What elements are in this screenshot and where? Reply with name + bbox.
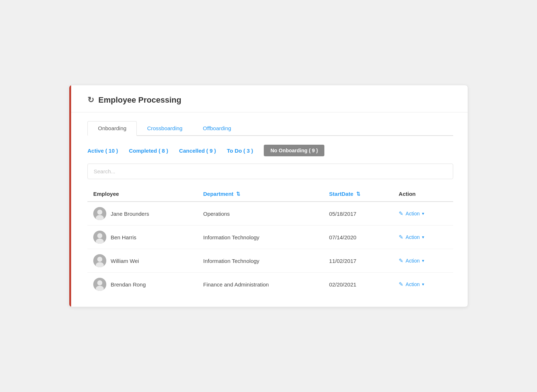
filter-cancelled[interactable]: Cancelled ( 9 ) [179, 146, 216, 155]
page-title: Employee Processing [98, 95, 181, 105]
action-button-3[interactable]: ✎ Action ▾ [399, 257, 424, 264]
action-cell-4: ✎ Action ▾ [393, 273, 453, 296]
table-header-row: Employee Department ⇅ StartDate ⇅ [87, 186, 453, 202]
card-header: ↻ Employee Processing [69, 85, 468, 112]
edit-icon-1: ✎ [399, 210, 403, 217]
startdate-cell-3: 11/02/2017 [323, 249, 393, 273]
avatar-1 [93, 207, 106, 220]
tab-offboarding[interactable]: Offboarding [193, 121, 241, 136]
edit-icon-3: ✎ [399, 257, 403, 264]
employee-table: Employee Department ⇅ StartDate ⇅ [87, 186, 453, 296]
edit-icon-2: ✎ [399, 234, 403, 240]
svg-point-4 [97, 233, 102, 238]
action-button-2[interactable]: ✎ Action ▾ [399, 234, 424, 240]
refresh-icon: ↻ [87, 95, 94, 105]
table-row: Ben Harris Information Technology 07/14/… [87, 226, 453, 249]
svg-point-10 [97, 280, 102, 285]
employee-cell-3: William Wei [87, 249, 197, 273]
col-employee: Employee [87, 186, 197, 202]
avatar-3 [93, 254, 106, 267]
startdate-cell-4: 02/20/2021 [323, 273, 393, 296]
action-cell-2: ✎ Action ▾ [393, 226, 453, 249]
caret-icon-3: ▾ [422, 258, 424, 263]
caret-icon-4: ▾ [422, 282, 424, 287]
search-input[interactable] [87, 164, 453, 179]
tab-crossboarding[interactable]: Crossboarding [137, 121, 193, 136]
table-row: Jane Brounders Operations 05/18/2017 ✎ A… [87, 202, 453, 226]
employee-cell-1: Jane Brounders [87, 202, 197, 226]
department-cell-2: Information Technology [197, 226, 323, 249]
department-sort-icon: ⇅ [236, 191, 240, 197]
edit-icon-4: ✎ [399, 281, 403, 288]
col-action: Action [393, 186, 453, 202]
col-department[interactable]: Department ⇅ [197, 186, 323, 202]
department-cell-1: Operations [197, 202, 323, 226]
startdate-cell-1: 05/18/2017 [323, 202, 393, 226]
svg-point-1 [97, 210, 102, 215]
avatar-2 [93, 231, 106, 244]
department-cell-3: Information Technology [197, 249, 323, 273]
tabs-container: Onboarding Crossboarding Offboarding [87, 121, 453, 136]
filter-completed[interactable]: Completed ( 8 ) [129, 146, 168, 155]
filter-no-onboarding[interactable]: No Onboarding ( 9 ) [264, 145, 324, 156]
table-row: William Wei Information Technology 11/02… [87, 249, 453, 273]
main-card: ↻ Employee Processing Onboarding Crossbo… [69, 85, 468, 307]
table-row: Brendan Rong Finance and Administration … [87, 273, 453, 296]
filter-active[interactable]: Active ( 10 ) [87, 146, 118, 155]
action-button-1[interactable]: ✎ Action ▾ [399, 210, 424, 217]
avatar-4 [93, 278, 106, 291]
status-filters: Active ( 10 ) Completed ( 8 ) Cancelled … [87, 145, 453, 156]
action-button-4[interactable]: ✎ Action ▾ [399, 281, 424, 288]
col-startdate[interactable]: StartDate ⇅ [323, 186, 393, 202]
action-cell-1: ✎ Action ▾ [393, 202, 453, 226]
action-cell-3: ✎ Action ▾ [393, 249, 453, 273]
startdate-sort-icon: ⇅ [356, 191, 360, 197]
caret-icon-1: ▾ [422, 211, 424, 216]
employee-cell-2: Ben Harris [87, 226, 197, 249]
svg-point-7 [97, 257, 102, 262]
caret-icon-2: ▾ [422, 235, 424, 240]
startdate-cell-2: 07/14/2020 [323, 226, 393, 249]
department-cell-4: Finance and Administration [197, 273, 323, 296]
employee-cell-4: Brendan Rong [87, 273, 197, 296]
filter-todo[interactable]: To Do ( 3 ) [227, 146, 253, 155]
card-body: Onboarding Crossboarding Offboarding Act… [69, 112, 468, 307]
tab-onboarding[interactable]: Onboarding [87, 121, 137, 136]
table-body: Jane Brounders Operations 05/18/2017 ✎ A… [87, 202, 453, 296]
